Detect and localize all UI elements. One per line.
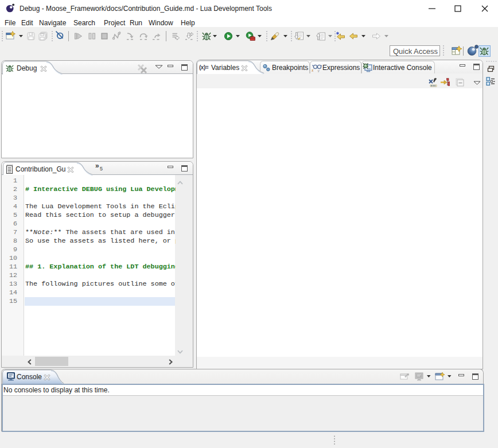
svg-text:y: y [317, 68, 320, 73]
svg-text:x: x [312, 68, 314, 72]
